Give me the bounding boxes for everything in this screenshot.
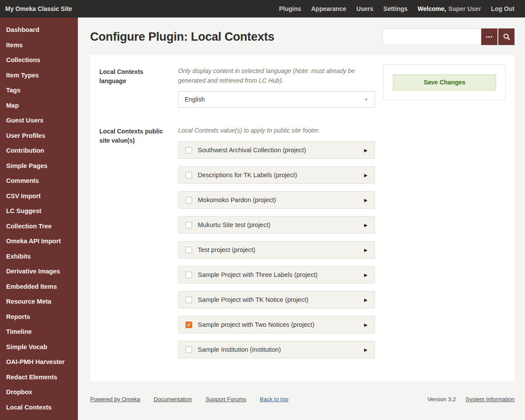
footer-link-support-forums[interactable]: Support Forums: [206, 396, 246, 402]
values-field-description: Local Contexts value(s) to apply to publ…: [178, 126, 375, 136]
sidebar-item-embedded-items[interactable]: Embedded Items: [0, 280, 78, 295]
footer-link-powered-by-omeka[interactable]: Powered by Omeka: [90, 396, 140, 402]
option-label: Southwest Archival Collection (project): [198, 147, 364, 154]
option-label: Mukurtu Site test (project): [198, 221, 364, 228]
expand-arrow-icon[interactable]: ▶: [364, 322, 368, 327]
page-header: Configure Plugin: Local Contexts •••: [90, 24, 514, 49]
sidebar-item-collection-tree[interactable]: Collection Tree: [0, 219, 78, 234]
advanced-search-button[interactable]: •••: [481, 28, 497, 45]
topnav-settings[interactable]: Settings: [383, 5, 407, 12]
option-label: Sample project with Two Notices (project…: [198, 321, 364, 328]
language-field-label: Local Contexts language: [99, 66, 171, 108]
sidebar-item-timeline[interactable]: Timeline: [0, 325, 78, 340]
language-field-description: Only display content in selected languag…: [178, 66, 375, 85]
expand-arrow-icon[interactable]: ▶: [364, 298, 368, 302]
sidebar-item-reports[interactable]: Reports: [0, 310, 78, 325]
options-list: ✓ Southwest Archival Collection (project…: [178, 141, 375, 358]
checkbox[interactable]: ✓: [186, 297, 192, 303]
checkbox[interactable]: ✓: [186, 247, 192, 253]
checkbox[interactable]: ✓: [186, 272, 192, 278]
chevron-down-icon: ▼: [364, 97, 368, 102]
sidebar-item-guest-users[interactable]: Guest Users: [0, 113, 78, 129]
back-to-top-link[interactable]: Back to top: [260, 396, 288, 402]
search-form: •••: [382, 28, 514, 45]
sidebar-item-simple-vocab[interactable]: Simple Vocab: [0, 340, 78, 355]
option-row-sample-tk-notice[interactable]: ✓ Sample Project with TK Notice (project…: [178, 291, 375, 308]
option-row-sample-institution[interactable]: ✓ Sample Institution (institution) ▶: [178, 341, 375, 358]
checkbox[interactable]: ✓: [186, 222, 192, 228]
option-row-mukurtu-site-test[interactable]: ✓ Mukurtu Site test (project) ▶: [178, 216, 375, 234]
option-row-test-project[interactable]: ✓ Test project (project) ▶: [178, 241, 375, 259]
option-row-descriptions-tk-labels[interactable]: ✓ Descriptions for TK Labels (project) ▶: [178, 166, 375, 184]
search-icon: [503, 33, 511, 41]
expand-arrow-icon[interactable]: ▶: [364, 223, 368, 228]
system-information-link[interactable]: System Information: [466, 396, 514, 402]
option-row-sample-three-labels[interactable]: ✓ Sample Project with Three Labels (proj…: [178, 266, 375, 284]
expand-arrow-icon[interactable]: ▶: [364, 148, 368, 153]
expand-arrow-icon[interactable]: ▶: [364, 173, 368, 178]
checkbox[interactable]: ✓: [186, 197, 192, 203]
sidebar-item-redact-elements[interactable]: Redact Elements: [0, 370, 78, 385]
welcome-text: Welcome, Super User: [418, 5, 481, 12]
option-label: Sample Project with TK Notice (project): [198, 296, 364, 303]
sidebar-item-resource-meta[interactable]: Resource Meta: [0, 294, 78, 310]
checkmark-icon: ✓: [187, 322, 191, 327]
topnav-appearance[interactable]: Appearance: [311, 5, 346, 12]
sidebar-item-lc-suggest[interactable]: LC Suggest: [0, 204, 78, 219]
checkbox-checked[interactable]: ✓: [186, 322, 192, 328]
checkbox[interactable]: ✓: [186, 147, 192, 154]
expand-arrow-icon[interactable]: ▶: [364, 347, 368, 352]
checkbox[interactable]: ✓: [186, 346, 192, 353]
search-button[interactable]: [498, 28, 514, 45]
footer-link-documentation[interactable]: Documentation: [154, 396, 192, 402]
logout-link[interactable]: Log Out: [491, 5, 514, 12]
sidebar-item-derivative-images[interactable]: Derivative Images: [0, 264, 78, 280]
sidebar: Dashboard Items Collections Item Types T…: [0, 18, 78, 420]
option-row-mokomoko-pardon[interactable]: ✓ Mokomoko Pardon (project) ▶: [178, 191, 375, 209]
sidebar-item-comments[interactable]: Comments: [0, 174, 78, 189]
topnav-plugins[interactable]: Plugins: [279, 5, 301, 12]
language-select[interactable]: English ▼: [178, 91, 375, 108]
sidebar-item-omeka-api-import[interactable]: Omeka API Import: [0, 234, 78, 249]
sidebar-item-user-profiles[interactable]: User Profiles: [0, 129, 78, 144]
option-label: Sample Project with Three Labels (projec…: [198, 271, 364, 278]
current-user-link[interactable]: Super User: [448, 5, 481, 12]
language-select-value: English: [185, 96, 205, 103]
sidebar-item-dropbox[interactable]: Dropbox: [0, 385, 78, 400]
field-public-site-values: Local Contexts public site value(s) Loca…: [99, 126, 506, 366]
sidebar-item-map[interactable]: Map: [0, 98, 78, 114]
search-input[interactable]: [382, 28, 481, 45]
sidebar-item-csv-import[interactable]: CSV Import: [0, 189, 78, 204]
option-label: Descriptions for TK Labels (project): [198, 172, 364, 178]
checkbox[interactable]: ✓: [186, 172, 192, 178]
expand-arrow-icon[interactable]: ▶: [364, 248, 368, 252]
sidebar-item-dashboard[interactable]: Dashboard: [0, 23, 78, 38]
sidebar-item-items[interactable]: Items: [0, 38, 78, 53]
sidebar-item-item-types[interactable]: Item Types: [0, 68, 78, 84]
sidebar-item-oai-pmh-harvester[interactable]: OAI-PMH Harvester: [0, 355, 78, 370]
sidebar-item-local-contexts[interactable]: Local Contexts: [0, 400, 78, 416]
sidebar-item-exhibits[interactable]: Exhibits: [0, 249, 78, 265]
footer: Powered by Omeka Documentation Support F…: [90, 396, 514, 411]
save-changes-button[interactable]: Save Changes: [393, 74, 496, 91]
welcome-label: Welcome,: [418, 5, 446, 12]
sidebar-item-simple-pages[interactable]: Simple Pages: [0, 159, 78, 174]
plugin-config-panel: Save Changes Local Contexts language Onl…: [90, 55, 514, 381]
expand-arrow-icon[interactable]: ▶: [364, 273, 368, 277]
sidebar-menu: Dashboard Items Collections Item Types T…: [0, 18, 78, 415]
expand-arrow-icon[interactable]: ▶: [364, 198, 368, 203]
option-row-sample-two-notices[interactable]: ✓ Sample project with Two Notices (proje…: [178, 316, 375, 333]
topnav-users[interactable]: Users: [356, 5, 373, 12]
topbar: My Omeka Classic Site Plugins Appearance…: [0, 0, 525, 18]
main-content: Configure Plugin: Local Contexts ••• Sav…: [78, 24, 525, 411]
option-label: Sample Institution (institution): [198, 346, 364, 353]
topnav: Plugins Appearance Users Settings Welcom…: [279, 5, 514, 12]
sidebar-item-tags[interactable]: Tags: [0, 83, 78, 98]
option-row-southwest-archival[interactable]: ✓ Southwest Archival Collection (project…: [178, 141, 375, 159]
page-title: Configure Plugin: Local Contexts: [90, 30, 274, 44]
sidebar-item-contribution[interactable]: Contribution: [0, 144, 78, 159]
site-title-link[interactable]: My Omeka Classic Site: [5, 5, 72, 12]
sidebar-item-collections[interactable]: Collections: [0, 53, 78, 68]
save-panel: Save Changes: [383, 64, 506, 100]
values-field-label: Local Contexts public site value(s): [99, 126, 171, 366]
